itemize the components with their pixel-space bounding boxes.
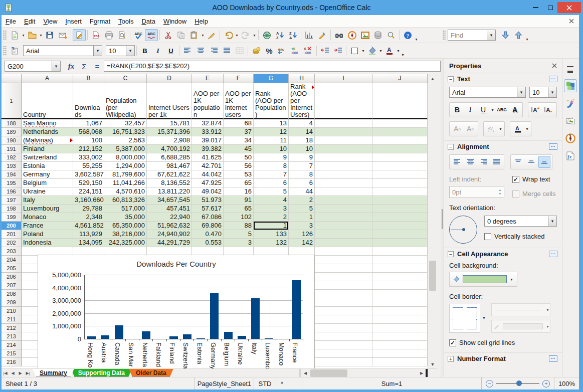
cell[interactable]: 24,940,902 <box>147 230 192 239</box>
cell[interactable]: 51.973 <box>192 196 224 205</box>
cell[interactable]: 8 <box>289 170 315 179</box>
cell[interactable]: 18 <box>289 136 315 145</box>
cell[interactable]: Internet Users per 1k <box>147 83 192 119</box>
cell[interactable]: 224,151 <box>73 187 104 196</box>
cell[interactable]: 1,067 <box>73 119 104 128</box>
cell[interactable]: 35,000 <box>104 213 147 222</box>
page-preview-button[interactable] <box>115 29 128 41</box>
save-button[interactable] <box>43 29 56 41</box>
cell[interactable]: 1,294,000 <box>104 162 147 170</box>
cell[interactable]: Switzerland <box>22 153 73 162</box>
cell[interactable] <box>372 358 428 366</box>
underline-button[interactable]: U <box>164 45 177 57</box>
expand-icon[interactable]: + <box>448 356 454 362</box>
cell[interactable]: 12 <box>254 128 289 136</box>
cell[interactable]: 6,688,285 <box>147 153 192 162</box>
auto-spellcheck-button[interactable]: ABC <box>145 29 158 41</box>
name-box[interactable]: G200▾ <box>5 61 61 72</box>
redo-button[interactable] <box>239 29 252 41</box>
sidebar-align-center-button[interactable] <box>464 156 476 168</box>
cell[interactable] <box>315 145 372 153</box>
cell[interactable]: 29,788 <box>73 205 104 213</box>
cell[interactable]: 102 <box>224 213 254 222</box>
cell[interactable]: 1 <box>254 222 289 230</box>
cell[interactable] <box>315 213 372 222</box>
cell[interactable]: 981,467 <box>147 162 192 170</box>
cell[interactable]: Finland <box>22 145 73 153</box>
cell[interactable] <box>372 332 428 341</box>
cell[interactable]: 2 <box>289 196 315 205</box>
cell[interactable]: 11,041,266 <box>104 179 147 187</box>
close-button[interactable] <box>557 2 581 13</box>
sidebar-tab-properties[interactable] <box>564 79 577 92</box>
menu-format[interactable]: Format <box>86 18 114 25</box>
row-header-1[interactable]: 1 <box>2 83 22 119</box>
cell[interactable]: 53 <box>224 170 254 179</box>
cell[interactable]: 65 <box>224 205 254 213</box>
cell[interactable]: 34,657,545 <box>147 196 192 205</box>
align-center-button[interactable] <box>194 45 207 57</box>
open-button[interactable] <box>26 29 39 41</box>
column-header-B[interactable]: B <box>73 74 104 83</box>
open-dropdown-arrow[interactable]: ▾ <box>39 33 43 38</box>
bold-button[interactable]: B <box>138 45 151 57</box>
cell[interactable]: France <box>22 222 73 230</box>
column-header-F[interactable]: F <box>224 74 254 83</box>
left-indent-spinner[interactable]: 0pt▲▼ <box>449 186 504 198</box>
cell[interactable]: AOO per 1K internet users <box>224 83 254 119</box>
cell[interactable]: 2,563 <box>104 136 147 145</box>
redo-dropdown-arrow[interactable]: ▾ <box>252 33 257 38</box>
cell[interactable]: Population (per Wikipedia) <box>104 83 147 119</box>
undo-dropdown-arrow[interactable]: ▾ <box>235 33 239 38</box>
cell[interactable] <box>372 153 428 162</box>
sidebar-font-color-button[interactable]: A <box>512 123 524 135</box>
next-sheet-button[interactable]: ▶ <box>17 369 24 377</box>
cell[interactable] <box>315 273 372 281</box>
cell[interactable]: 4 <box>289 119 315 128</box>
cell[interactable]: 42.701 <box>192 162 224 170</box>
vertical-scroll-thumb[interactable] <box>429 261 436 291</box>
collapse-icon[interactable]: − <box>448 76 454 82</box>
cell-appearance-section-header[interactable]: −Cell Appearance••• <box>444 248 562 260</box>
zoom-out-icon[interactable]: − <box>486 380 493 387</box>
cell[interactable]: 142 <box>289 239 315 247</box>
cell[interactable]: 37 <box>224 128 254 136</box>
find-toolbar-more-button[interactable]: ▾ <box>525 37 529 42</box>
export-pdf-button[interactable]: PDF <box>89 29 102 41</box>
cell[interactable]: 8 <box>254 162 289 170</box>
sidebar-font-name-select[interactable]: Arial▾ <box>449 87 526 98</box>
cell[interactable] <box>372 119 428 128</box>
zoom-slider[interactable] <box>496 383 539 384</box>
cell[interactable]: Rank (AOO per Population) <box>254 83 289 119</box>
cell[interactable]: 57.617 <box>192 205 224 213</box>
cell[interactable]: Germany <box>22 170 73 179</box>
alignment-dialog-launcher[interactable]: ••• <box>549 143 557 150</box>
cell[interactable]: 6 <box>289 179 315 187</box>
cell[interactable]: 67,621,622 <box>147 170 192 179</box>
cell[interactable]: 13,811,220 <box>147 187 192 196</box>
last-sheet-button[interactable]: ▶| <box>24 369 32 377</box>
font-color-dropdown-arrow[interactable]: ▾ <box>396 49 401 53</box>
cell[interactable]: 22,940 <box>147 213 192 222</box>
cell[interactable]: 3,602,587 <box>73 170 104 179</box>
line-color-select[interactable]: ▾ <box>491 320 550 333</box>
row-header-200[interactable]: 200 <box>2 222 22 230</box>
cell[interactable]: 4,570,610 <box>104 187 147 196</box>
cell[interactable]: Monaco <box>22 213 73 222</box>
row-header-201[interactable]: 201 <box>2 230 22 239</box>
sheet-tab-supporting-data[interactable]: Supporting Data <box>71 369 132 377</box>
menu-help[interactable]: Help <box>190 18 212 25</box>
navigator-button[interactable] <box>345 29 358 41</box>
edit-file-button[interactable] <box>73 29 86 41</box>
find-previous-button[interactable] <box>512 29 525 41</box>
merge-cells-checkbox[interactable] <box>512 190 519 198</box>
menu-view[interactable]: View <box>39 18 61 25</box>
cell[interactable] <box>315 264 372 273</box>
cell[interactable]: 3,160,660 <box>73 196 104 205</box>
cell[interactable]: 242,325,000 <box>104 239 147 247</box>
sidebar-align-left-button[interactable] <box>451 156 463 168</box>
cell[interactable]: 517,000 <box>104 205 147 213</box>
cell[interactable]: Rank (AOO per Internet Users) <box>289 83 315 119</box>
column-header-J[interactable]: J <box>372 74 428 83</box>
alignment-section-header[interactable]: −Alignment••• <box>444 140 562 152</box>
